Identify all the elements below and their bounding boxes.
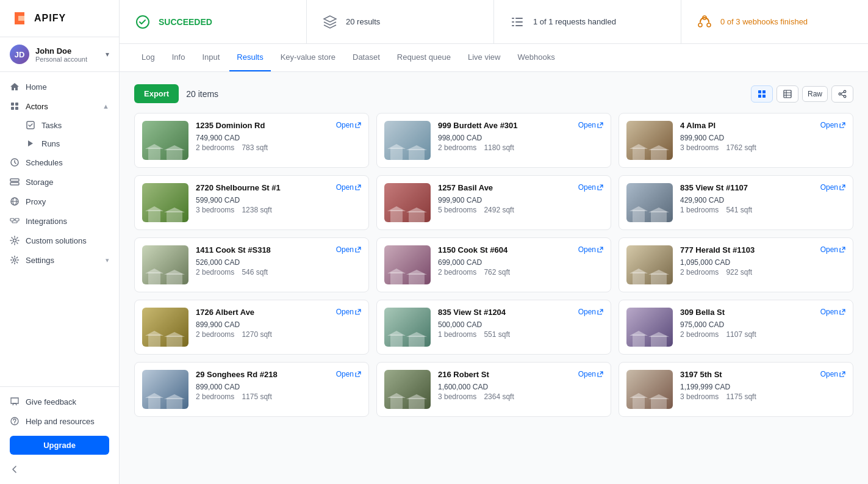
property-info: 1235 Dominion Rd Open 749,900 CAD 2 bedr… (196, 121, 361, 152)
property-card: 29 Songhees Rd #218 Open 899,000 CAD 2 b… (134, 362, 369, 417)
property-header: 29 Songhees Rd #218 Open (196, 370, 361, 380)
svg-rect-4 (15, 103, 18, 106)
property-image-icon (626, 266, 673, 284)
property-info: 999 Burdett Ave #301 Open 998,000 CAD 2 … (438, 121, 603, 152)
sidebar-item-give-feedback[interactable]: Give feedback (0, 392, 119, 411)
property-price: 998,000 CAD (438, 134, 603, 142)
main-content: SUCCEEDED 20 results 1 of 1 requests han… (120, 0, 868, 484)
property-sqft: 551 sqft (484, 330, 510, 339)
svg-rect-82 (167, 336, 182, 347)
svg-marker-83 (164, 332, 185, 337)
open-link[interactable]: Open (820, 370, 845, 378)
sidebar-item-help-resources[interactable]: Help and resources (0, 411, 119, 431)
share-button[interactable] (831, 85, 853, 103)
property-address: 3197 5th St (680, 370, 722, 380)
export-button[interactable]: Export (134, 84, 179, 103)
open-link[interactable]: Open (336, 308, 361, 316)
tab-results[interactable]: Results (229, 44, 270, 71)
property-bedrooms: 2 bedrooms (680, 330, 719, 339)
svg-marker-8 (28, 140, 33, 146)
open-link[interactable]: Open (578, 370, 603, 378)
external-link-icon (597, 309, 603, 315)
svg-point-41 (844, 95, 846, 98)
svg-rect-76 (633, 272, 645, 284)
sidebar-item-home[interactable]: Home (0, 77, 119, 96)
property-image (142, 121, 188, 160)
tab-request-queue[interactable]: Request queue (390, 44, 458, 71)
open-link[interactable]: Open (336, 370, 361, 378)
stat-webhooks-label: 0 of 3 webhooks finished (720, 17, 808, 26)
svg-rect-90 (651, 336, 667, 347)
property-details: 1 bedrooms 551 sqft (438, 330, 603, 339)
logo[interactable]: APIFY (0, 0, 119, 37)
property-bedrooms: 2 bedrooms (438, 143, 476, 152)
upgrade-button[interactable]: Upgrade (10, 436, 109, 455)
feedback-icon (10, 397, 20, 406)
sidebar-item-proxy[interactable]: Proxy (0, 192, 119, 211)
property-price: 1,199,999 CAD (680, 383, 845, 391)
svg-rect-44 (148, 148, 160, 160)
svg-marker-45 (145, 144, 163, 149)
svg-point-29 (707, 23, 711, 27)
tab-webhooks[interactable]: Webhooks (510, 44, 562, 71)
property-info: 309 Bella St Open 975,000 CAD 2 bedrooms… (680, 308, 845, 339)
properties-grid: 1235 Dominion Rd Open 749,900 CAD 2 bedr… (134, 113, 853, 417)
open-link[interactable]: Open (820, 245, 845, 254)
property-price: 1,600,000 CAD (438, 383, 603, 391)
sidebar-item-integrations[interactable]: Integrations (0, 211, 119, 231)
sidebar-item-schedules[interactable]: Schedules (0, 153, 119, 172)
svg-marker-79 (648, 270, 669, 275)
sidebar: APIFY JD John Doe Personal account ▾ Hom… (0, 0, 120, 484)
tab-live-view[interactable]: Live view (461, 44, 508, 71)
svg-point-39 (844, 90, 846, 93)
property-price: 500,000 CAD (438, 320, 603, 329)
sidebar-item-tasks[interactable]: Tasks (0, 116, 119, 134)
collapse-sidebar-button[interactable] (0, 460, 119, 479)
open-link[interactable]: Open (336, 121, 361, 129)
tab-key-value-store[interactable]: Key-value store (273, 44, 343, 71)
tab-input[interactable]: Input (195, 44, 227, 71)
svg-rect-84 (390, 334, 403, 347)
open-link[interactable]: Open (820, 121, 845, 129)
open-link[interactable]: Open (578, 245, 603, 254)
open-link[interactable]: Open (820, 308, 845, 316)
open-link[interactable]: Open (336, 245, 361, 254)
external-link-icon (839, 371, 845, 377)
sidebar-item-custom-solutions[interactable]: Custom solutions (0, 231, 119, 250)
table-view-button[interactable] (777, 85, 798, 103)
open-link[interactable]: Open (578, 183, 603, 192)
svg-rect-72 (390, 272, 403, 284)
svg-point-20 (14, 423, 15, 424)
tab-dataset[interactable]: Dataset (345, 44, 387, 71)
sidebar-item-runs[interactable]: Runs (0, 134, 119, 153)
grid-view-button[interactable] (751, 85, 773, 103)
svg-rect-10 (10, 179, 19, 181)
results-content: Export 20 items Raw (120, 72, 868, 484)
property-address: 1257 Basil Ave (438, 183, 493, 193)
sidebar-item-settings[interactable]: Settings ▾ (0, 250, 119, 270)
svg-marker-57 (145, 206, 163, 211)
sidebar-item-storage-label: Storage (26, 178, 54, 187)
sidebar-item-tasks-label: Tasks (41, 121, 62, 130)
property-image-icon (626, 142, 673, 160)
property-bedrooms: 1 bedrooms (438, 330, 476, 339)
svg-rect-78 (651, 273, 667, 284)
tab-log[interactable]: Log (134, 44, 162, 71)
user-account[interactable]: JD John Doe Personal account ▾ (0, 37, 119, 72)
open-link[interactable]: Open (336, 183, 361, 192)
open-link[interactable]: Open (820, 183, 845, 192)
chevron-down-icon: ▾ (106, 256, 109, 264)
property-image (626, 121, 673, 160)
raw-view-button[interactable]: Raw (802, 86, 828, 102)
sidebar-item-storage[interactable]: Storage (0, 172, 119, 192)
sidebar-item-actors[interactable]: Actors ▲ (0, 96, 119, 116)
property-price: 899,000 CAD (196, 383, 361, 391)
tab-info[interactable]: Info (165, 44, 193, 71)
sidebar-item-schedules-label: Schedules (26, 158, 63, 167)
property-address: 1411 Cook St #S318 (196, 245, 271, 256)
open-link[interactable]: Open (578, 121, 603, 129)
open-link[interactable]: Open (578, 308, 603, 316)
external-link-icon (597, 122, 603, 128)
property-details: 3 bedrooms 1238 sqft (196, 206, 361, 214)
user-account-type: Personal account (35, 56, 99, 63)
